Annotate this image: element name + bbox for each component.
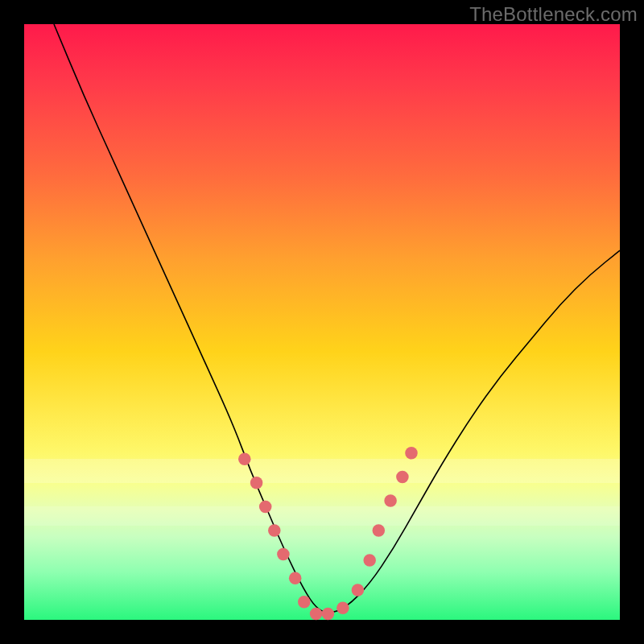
watermark-text: TheBottleneck.com — [469, 3, 638, 26]
highlight-point — [310, 608, 323, 621]
highlight-point — [250, 477, 263, 489]
bottleneck-curve-svg — [24, 24, 620, 620]
highlight-point — [259, 501, 272, 514]
highlight-point — [373, 524, 386, 537]
highlight-point — [405, 447, 418, 460]
highlight-point — [268, 524, 281, 537]
highlight-point — [336, 601, 349, 614]
highlight-point — [277, 548, 290, 561]
highlight-points — [238, 447, 418, 620]
highlight-point — [396, 471, 409, 484]
highlight-point — [289, 572, 302, 584]
highlight-point — [322, 608, 335, 621]
highlight-point — [298, 596, 311, 609]
highlight-point — [363, 554, 376, 567]
bottleneck-curve — [54, 24, 620, 613]
chart-area — [24, 24, 620, 620]
highlight-point — [352, 584, 365, 597]
highlight-point — [238, 452, 251, 465]
highlight-point — [384, 494, 397, 507]
